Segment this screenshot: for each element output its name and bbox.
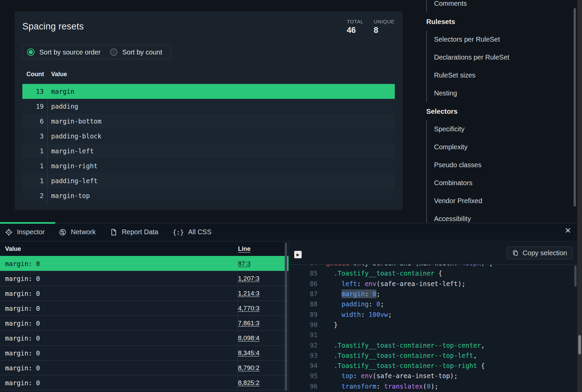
spacing-resets-card: Spacing resets TOTAL 46 UNIQUE 8 Sort by… (15, 11, 403, 210)
code-token (326, 362, 334, 369)
table-row[interactable]: 1margin-right (22, 158, 395, 173)
code-token: .Toastify__toast-container--top-left (334, 352, 473, 359)
inspector-row[interactable]: margin: 04,770:3 (0, 301, 288, 315)
row-value: margin-left (48, 147, 94, 155)
table-row[interactable]: 2margin-top (22, 188, 395, 203)
code-lines: 84@media only screen and (max-width: 480… (289, 264, 577, 391)
table-row[interactable]: 1padding-left (22, 173, 395, 188)
line-number: 87 (289, 290, 318, 298)
inspector-row[interactable]: margin: 08,790:2 (0, 360, 288, 375)
copy-selection-button[interactable]: Copy selection (506, 246, 573, 259)
crosshair-icon (5, 228, 13, 236)
sort-by-count-radio[interactable]: Sort by count (110, 48, 162, 56)
code-token (326, 290, 342, 298)
line-link[interactable]: 8,098:4 (238, 334, 259, 342)
inspector-table-scrollbar-thumb[interactable] (285, 242, 287, 391)
window-scrollbar-thumb[interactable] (578, 335, 581, 354)
line-number: 94 (289, 362, 318, 369)
stat-unique-value: 8 (374, 25, 394, 35)
table-row[interactable]: 6margin-bottom (22, 114, 395, 129)
line-cell: 8,790:2 (238, 361, 288, 375)
tab-all-css[interactable]: {:}All CSS (165, 228, 218, 236)
line-number: 85 (289, 269, 318, 277)
sidebar-item-complexity[interactable]: Complexity (427, 138, 572, 156)
row-value: margin-top (48, 192, 90, 199)
line-number: 89 (289, 311, 318, 318)
sidebar-item-pseudo-classes[interactable]: Pseudo classes (427, 156, 572, 174)
code-text: .Toastify__toast-container { (318, 269, 442, 277)
code-token: : (357, 280, 365, 287)
stat-total: TOTAL 46 (347, 19, 363, 35)
inspector-row[interactable]: margin: 07,861:3 (0, 315, 288, 330)
close-panel-button[interactable]: ✕ (563, 226, 573, 235)
table-row[interactable]: 19padding (22, 99, 395, 114)
sidebar-item-nesting[interactable]: Nesting (427, 84, 572, 102)
line-link[interactable]: 7,861:3 (238, 320, 259, 327)
sidebar-group: Comments (426, 0, 572, 13)
code-scroll-area[interactable]: 84@media only screen and (max-width: 480… (289, 264, 577, 392)
declaration-value: margin: 0 (0, 361, 238, 375)
code-token: 0 (372, 290, 376, 298)
sidebar-item-combinators[interactable]: Combinators (427, 174, 572, 192)
sidebar-item-declarations-per-ruleset[interactable]: Declarations per RuleSet (427, 48, 572, 66)
card-table: 13margin19padding6margin-bottom3padding-… (22, 84, 395, 203)
declaration-value: margin: 0 (0, 375, 238, 390)
card-title: Spacing resets (22, 21, 84, 32)
inspector-row-partial (0, 390, 288, 392)
sidebar-item-selectors-per-ruleset[interactable]: Selectors per RuleSet (427, 30, 572, 48)
code-line: 86 left: env(safe-area-inset-left); (289, 279, 577, 289)
code-token: ; (380, 300, 384, 308)
code-token: left (342, 280, 357, 287)
line-number: 93 (289, 352, 318, 359)
line-number: 86 (289, 280, 318, 287)
line-link[interactable]: 87:3 (238, 260, 251, 267)
line-link[interactable]: 8,825:2 (238, 379, 259, 387)
value-column-header: Value (48, 71, 67, 78)
inspector-row[interactable]: margin: 08,825:2 (0, 375, 288, 390)
expand-panel-button[interactable]: ▶ (294, 251, 302, 258)
line-link[interactable]: 4,770:3 (238, 305, 259, 312)
row-count: 3 (22, 129, 48, 144)
row-count: 6 (22, 114, 48, 129)
window-scrollbar[interactable] (577, 0, 582, 392)
sidebar-item-vendor-prefixed[interactable]: Vendor Prefixed (427, 192, 572, 210)
code-token: only screen and (max-width: (349, 264, 462, 267)
code-line: 89 width: 100vw; (289, 309, 577, 319)
inspector-row[interactable]: margin: 08,345:4 (0, 345, 288, 360)
line-link[interactable]: 8,790:2 (238, 364, 259, 372)
inspector-row[interactable]: margin: 087:3 (0, 256, 288, 271)
line-link[interactable]: 1,214:3 (238, 290, 259, 297)
inspector-row[interactable]: margin: 01,207:3 (0, 271, 288, 286)
tab-network[interactable]: Network (52, 228, 103, 236)
code-token: { (434, 269, 442, 277)
code-text: @media only screen and (max-width: 480px… (318, 264, 493, 267)
app-root: Spacing resets TOTAL 46 UNIQUE 8 Sort by… (0, 0, 582, 392)
sidebar-item-comments[interactable]: Comments (427, 0, 572, 13)
sort-by-count-label: Sort by count (122, 48, 162, 56)
sidebar-scrollbar-thumb[interactable] (574, 8, 576, 206)
line-sort-header[interactable]: Line (238, 245, 288, 253)
sidebar-section-rulesets[interactable]: Rulesets (426, 13, 572, 30)
line-number: 90 (289, 321, 318, 328)
inspector-table: Value Line margin: 087:3margin: 01,207:3… (0, 242, 288, 392)
tab-inspector[interactable]: Inspector (0, 228, 52, 236)
code-scrollbar-thumb[interactable] (574, 265, 577, 287)
table-row[interactable]: 3padding-block (22, 129, 395, 144)
sidebar-section-selectors[interactable]: Selectors (426, 102, 572, 120)
inspector-row[interactable]: margin: 01,214:3 (0, 286, 288, 301)
sort-by-source-order-radio[interactable]: Sort by source order (27, 48, 101, 56)
tab-report-data[interactable]: Report Data (103, 228, 166, 236)
table-row[interactable]: 13margin (22, 84, 395, 99)
radio-selected-icon (27, 48, 35, 56)
sidebar-item-ruleset-sizes[interactable]: RuleSet sizes (427, 66, 572, 84)
line-link[interactable]: 8,345:4 (238, 349, 259, 357)
code-token (326, 342, 334, 349)
code-line: 91 (289, 330, 577, 340)
inspector-row[interactable]: margin: 08,098:4 (0, 330, 288, 345)
row-value: margin-bottom (48, 117, 102, 125)
sidebar-item-specificity[interactable]: Specificity (427, 120, 572, 138)
sort-radio-group: Sort by source order Sort by count (22, 45, 171, 59)
table-row[interactable]: 1margin-left (22, 144, 395, 158)
line-link[interactable]: 1,207:3 (238, 275, 259, 282)
code-line: 93 .Toastify__toast-container--top-left, (289, 350, 577, 361)
